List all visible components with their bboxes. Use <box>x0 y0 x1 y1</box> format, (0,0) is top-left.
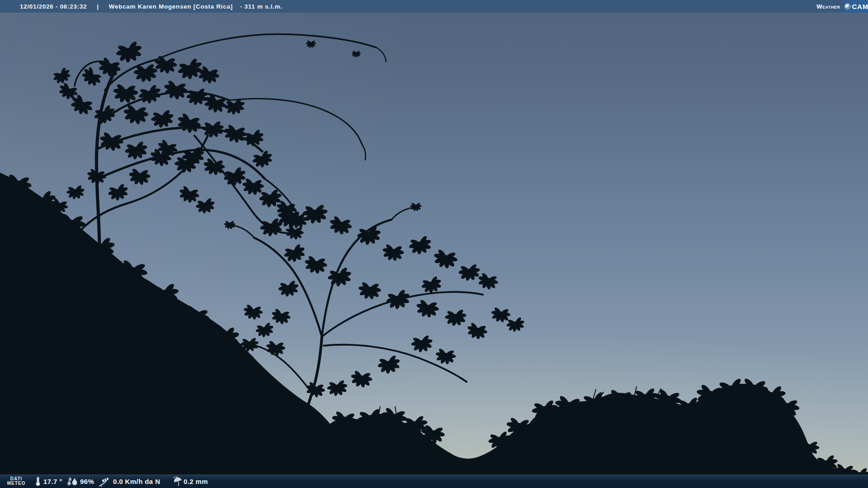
logo-cam-text: CAM <box>852 3 868 10</box>
top-bar: 12/01/2026 - 06:23:32 | Webcam Karen Mog… <box>0 0 868 13</box>
separator: | <box>97 3 99 10</box>
thermometer-icon <box>35 474 41 488</box>
wind-value: 0.0 Km/h da N <box>113 474 160 488</box>
water-drops-icon <box>67 474 79 488</box>
webcam-photo <box>0 0 868 488</box>
umbrella-icon <box>173 474 183 488</box>
webcam-title: Webcam Karen Mogensen [Costa Rica] <box>109 3 233 10</box>
webcam-frame: 12/01/2026 - 06:23:32 | Webcam Karen Mog… <box>0 0 868 488</box>
weather-data-label-line2: METEO <box>7 481 26 486</box>
humidity-value: 96% <box>80 474 94 488</box>
weather-cam-logo: Weather CAM <box>816 0 868 13</box>
rain-value: 0.2 mm <box>184 474 208 488</box>
temperature-value: 17.7 ° <box>43 474 62 488</box>
logo-weather-text: Weather <box>816 0 842 13</box>
camera-lens-icon <box>845 4 851 9</box>
logo-cam-block: CAM <box>842 0 868 13</box>
weather-data-label: DATI METEO <box>3 474 30 488</box>
altitude: - 311 m s.l.m. <box>240 3 283 10</box>
windsock-icon <box>99 474 111 488</box>
weather-data-bar: DATI METEO 17.7 ° 96% <box>0 474 868 488</box>
timestamp: 12/01/2026 - 06:23:32 <box>20 3 87 10</box>
